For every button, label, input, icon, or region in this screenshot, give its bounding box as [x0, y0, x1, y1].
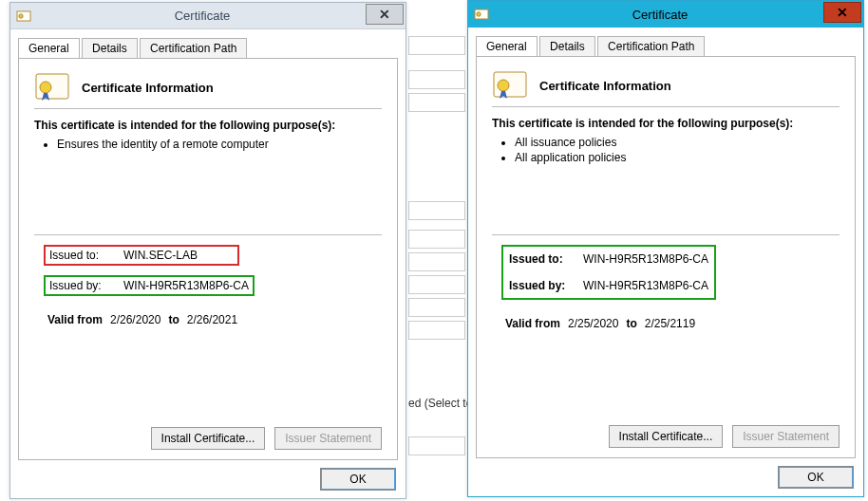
window-title: Certificate [495, 8, 863, 22]
certificate-dialog-right: Certificate ✕ General Details Certificat… [467, 0, 864, 497]
issued-by-value: WIN-H9R5R13M8P6-CA [123, 279, 249, 292]
purpose-list: All issuance policies All application po… [515, 136, 840, 164]
certificate-window-icon [16, 9, 31, 24]
divider [492, 234, 840, 235]
issued-by-label: Issued by: [49, 279, 116, 292]
certificate-information-heading: Certificate Information [539, 79, 671, 93]
issuer-statement-button: Issuer Statement [732, 425, 840, 448]
tab-panel-general: Certificate Information This certificate… [476, 56, 856, 458]
tab-details[interactable]: Details [539, 36, 595, 56]
divider [34, 234, 382, 235]
close-button[interactable]: ✕ [366, 4, 404, 25]
close-icon: ✕ [837, 5, 848, 20]
purpose-list: Ensures the identity of a remote compute… [57, 138, 382, 151]
valid-from-label: Valid from [47, 313, 103, 326]
valid-to-value: 2/26/2021 [187, 313, 237, 326]
close-icon: ✕ [379, 7, 390, 22]
certificate-window-icon [474, 7, 489, 22]
valid-from-value: 2/26/2020 [110, 313, 160, 326]
certificate-dialog-left: Certificate ✕ General Details Certificat… [9, 2, 406, 499]
close-button[interactable]: ✕ [823, 2, 861, 23]
tab-panel-general: Certificate Information This certificate… [18, 58, 398, 460]
issuer-statement-button: Issuer Statement [274, 427, 382, 450]
valid-from-label: Valid from [505, 317, 560, 330]
window-title: Certificate [37, 9, 406, 23]
purpose-item: All issuance policies [515, 136, 840, 149]
titlebar[interactable]: Certificate ✕ [468, 1, 863, 28]
issued-by-highlight: Issued by: WIN-H9R5R13M8P6-CA [44, 275, 255, 296]
valid-to-value: 2/25/2119 [645, 317, 695, 330]
svg-point-7 [498, 80, 509, 91]
valid-from-value: 2/25/2020 [568, 317, 618, 330]
ok-button[interactable]: OK [778, 466, 854, 489]
purpose-intro: This certificate is intended for the fol… [34, 119, 382, 132]
svg-point-5 [477, 12, 481, 16]
certificate-information-heading: Certificate Information [82, 81, 214, 95]
purpose-item: All application policies [515, 151, 840, 164]
tab-strip: General Details Certification Path [476, 35, 856, 56]
svg-point-1 [19, 13, 23, 17]
issued-to-value: WIN-H9R5R13M8P6-CA [583, 252, 708, 266]
tab-general[interactable]: General [476, 36, 538, 56]
valid-to-label: to [168, 313, 179, 326]
issued-to-label: Issued to: [509, 252, 576, 266]
issued-to-highlight: Issued to: WIN.SEC-LAB [44, 245, 239, 266]
install-certificate-button[interactable]: Install Certificate... [609, 425, 724, 448]
issued-by-label: Issued by: [509, 279, 576, 292]
certificate-icon [34, 72, 72, 102]
tab-strip: General Details Certification Path [18, 37, 398, 58]
issued-to-label: Issued to: [49, 249, 116, 262]
purpose-intro: This certificate is intended for the fol… [492, 117, 840, 130]
ok-button[interactable]: OK [320, 468, 396, 491]
divider [492, 106, 840, 107]
issued-by-value: WIN-H9R5R13M8P6-CA [583, 279, 708, 292]
issued-highlight-group: Issued to: WIN-H9R5R13M8P6-CA Issued by:… [501, 245, 716, 300]
issued-to-value: WIN.SEC-LAB [123, 249, 198, 262]
certificate-icon [492, 70, 530, 101]
tab-certification-path[interactable]: Certification Path [140, 38, 247, 58]
tab-general[interactable]: General [18, 38, 80, 58]
install-certificate-button[interactable]: Install Certificate... [151, 427, 266, 450]
valid-to-label: to [626, 317, 636, 330]
svg-point-3 [40, 82, 51, 93]
purpose-item: Ensures the identity of a remote compute… [57, 138, 382, 151]
tab-details[interactable]: Details [82, 38, 138, 58]
titlebar[interactable]: Certificate ✕ [10, 3, 406, 29]
tab-certification-path[interactable]: Certification Path [597, 36, 705, 56]
dialog-body: General Details Certification Path Certi… [476, 35, 856, 458]
dialog-body: General Details Certification Path Certi… [18, 37, 398, 460]
divider [34, 108, 382, 109]
